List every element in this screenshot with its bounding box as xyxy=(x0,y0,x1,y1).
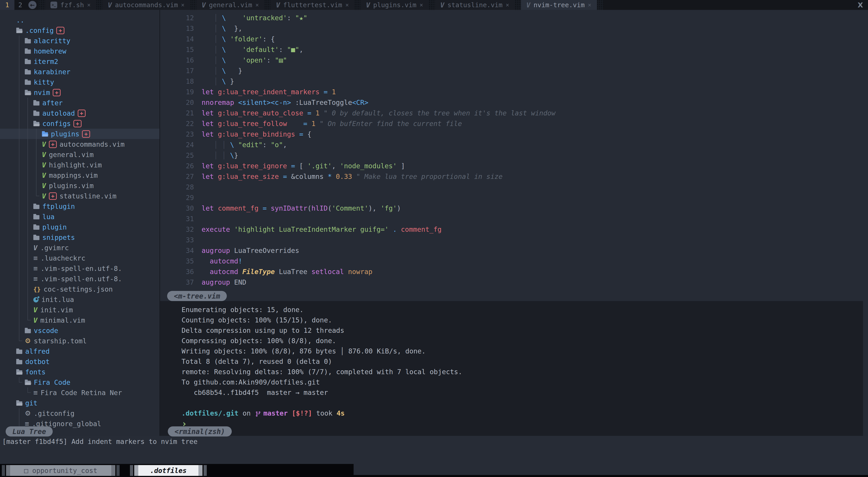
tab-close-icon[interactable]: × xyxy=(255,2,259,8)
tab-autocommands.vim[interactable]: Vautocommands.vim× xyxy=(102,0,190,10)
editor-pane[interactable]: 12 │ \ 'untracked': "★"13 │ \ },14 │ \ '… xyxy=(160,10,868,304)
code-line-12[interactable]: 12 │ \ 'untracked': "★" xyxy=(160,12,868,23)
tab-separator xyxy=(190,0,196,10)
code-line-15[interactable]: 15 │ \ 'default': "■", xyxy=(160,44,868,55)
tree-indent-guide xyxy=(33,160,42,170)
tree-item-iterm2[interactable]: iterm2 xyxy=(16,56,159,67)
tab-close-icon[interactable]: × xyxy=(420,2,423,8)
tree-item-mappings.vim[interactable]: Vmappings.vim xyxy=(16,170,159,180)
tree-item-Fira-Code-Retina-Ner[interactable]: ≡Fira Code Retina Ner xyxy=(16,387,159,398)
tree-item-alacritty[interactable]: alacritty xyxy=(16,36,159,46)
code-line-25[interactable]: 25 │ │ \} xyxy=(160,150,868,161)
tree-item-dotbot[interactable]: dotbot xyxy=(16,356,159,367)
code-line-28[interactable]: 28 xyxy=(160,182,868,192)
terminal-prompt-char[interactable]: › xyxy=(182,418,868,429)
code-line-16[interactable]: 16 │ \ 'open': "▤" xyxy=(160,55,868,66)
tab-separator xyxy=(515,0,521,10)
tree-indent-guide xyxy=(25,170,33,180)
tab-close-icon[interactable]: × xyxy=(588,2,591,8)
tab-statusline.vim[interactable]: Vstatusline.vim× xyxy=(435,0,515,10)
tree-indent-guide xyxy=(16,408,25,418)
close-all-icon[interactable]: X xyxy=(858,1,863,9)
code-line-24[interactable]: 24 │ │ \ "edit": "o", xyxy=(160,139,868,150)
code-line-22[interactable]: 22let g:lua_tree_follow = 1 " On bufEnte… xyxy=(160,118,868,129)
tree-item-init.lua[interactable]: init.lua xyxy=(16,294,159,305)
tree-item-homebrew[interactable]: homebrew xyxy=(16,46,159,56)
code-line-21[interactable]: 21let g:lua_tree_auto_close = 1 " 0 by d… xyxy=(160,108,868,118)
tree-item-minimal.vim[interactable]: Vminimal.vim xyxy=(16,315,159,326)
code-line-35[interactable]: 35 autocmd! xyxy=(160,256,868,266)
tree-item-plugins[interactable]: plugins+ xyxy=(0,129,159,139)
tree-item-vscode[interactable]: vscode xyxy=(16,326,159,336)
tree-item-plugins.vim[interactable]: Vplugins.vim xyxy=(16,180,159,191)
tree-item-init.vim[interactable]: Vinit.vim xyxy=(16,305,159,315)
tmux-window-opportunity_cost[interactable]: □ opportunity_cost xyxy=(2,465,120,476)
tree-item-label: after xyxy=(42,99,63,107)
tree-item-statusline.vim[interactable]: V+statusline.vim xyxy=(16,191,159,201)
tree-item-general.vim[interactable]: Vgeneral.vim xyxy=(16,149,159,160)
code-line-17[interactable]: 17 │ \ } xyxy=(160,66,868,76)
tab-close-icon[interactable]: × xyxy=(345,2,349,8)
tree-item-..[interactable]: .. xyxy=(16,15,159,25)
tab-close-icon[interactable]: × xyxy=(87,2,91,8)
tab-close-icon[interactable]: × xyxy=(181,2,185,8)
tree-item-ftplugin[interactable]: ftplugin xyxy=(16,201,159,211)
code-line-31[interactable]: 31 xyxy=(160,213,868,224)
tree-item-alfred[interactable]: alfred xyxy=(16,346,159,356)
tree-item-.gitconfig[interactable]: ⚙.gitconfig xyxy=(16,408,159,418)
tree-item-nvim[interactable]: nvim+ xyxy=(16,87,159,98)
vim-icon: V xyxy=(526,1,530,9)
code-line-23[interactable]: 23let g:lua_tree_bindings = { xyxy=(160,129,868,139)
tmux-window-.dotfiles[interactable]: .dotfiles xyxy=(130,465,207,476)
file-tree-sidebar[interactable]: ...config+alacrittyhomebrewiterm2karabin… xyxy=(0,10,159,436)
code-line-32[interactable]: 32execute 'highlight LuaTreeIndentMarker… xyxy=(160,224,868,235)
tree-item-kitty[interactable]: kitty xyxy=(16,77,159,87)
tree-item-.vim-spell-en.utf-8.[interactable]: ≡.vim-spell-en.utf-8. xyxy=(16,263,159,274)
tree-item-Fira-Code[interactable]: Fira Code xyxy=(16,377,159,387)
terminal-prompt-line: .dotfiles/.git on master [$!?] took 4s xyxy=(182,408,868,418)
code-line-18[interactable]: 18 │ \ } xyxy=(160,76,868,87)
tab-fzf.sh[interactable]: >_fzf.sh× xyxy=(45,0,96,10)
tab-separator xyxy=(429,0,435,10)
code-line-29[interactable]: 29 xyxy=(160,192,868,203)
code-line-37[interactable]: 37augroup END xyxy=(160,277,868,287)
code-line-19[interactable]: 19let g:lua_tree_indent_markers = 1 xyxy=(160,87,868,97)
back-icon[interactable]: ← xyxy=(28,1,36,9)
code-line-14[interactable]: 14 │ \ 'folder': { xyxy=(160,34,868,44)
tree-item-highlight.vim[interactable]: Vhighlight.vim xyxy=(16,160,159,170)
code-line-33[interactable]: 33 xyxy=(160,235,868,245)
tree-item-configs[interactable]: configs+ xyxy=(16,118,159,129)
tree-item-git[interactable]: git xyxy=(16,398,159,408)
code-line-13[interactable]: 13 │ \ }, xyxy=(160,23,868,34)
tree-item-autocommands.vim[interactable]: V+autocommands.vim xyxy=(16,139,159,149)
tree-item-karabiner[interactable]: karabiner xyxy=(16,67,159,77)
tree-item-plugin[interactable]: plugin xyxy=(16,222,159,232)
tree-item-starship.toml[interactable]: ⚙starship.toml xyxy=(16,336,159,346)
tab-fluttertest.vim[interactable]: Vfluttertest.vim× xyxy=(271,0,354,10)
tab-plugins.vim[interactable]: Vplugins.vim× xyxy=(361,0,429,10)
tree-item-coc-settings.json[interactable]: {}coc-settings.json xyxy=(16,284,159,294)
folder-icon xyxy=(16,28,22,33)
tab-page-number-1[interactable]: 1 xyxy=(0,0,14,10)
code-line-27[interactable]: 27let g:lua_tree_size = &columns * 0.33 … xyxy=(160,171,868,182)
tree-item-.config[interactable]: .config+ xyxy=(16,25,159,36)
code-line-34[interactable]: 34augroup LuaTreeOverrides xyxy=(160,245,868,256)
terminal-pane[interactable]: Enumerating objects: 15, done.Counting o… xyxy=(160,301,868,436)
tree-item-snippets[interactable]: snippets xyxy=(16,232,159,243)
tree-item-.luacheckrc[interactable]: ≡.luacheckrc xyxy=(16,253,159,263)
tab-page-number-2[interactable]: 2 xyxy=(14,0,26,10)
tree-item-after[interactable]: after xyxy=(16,98,159,108)
tab-general.vim[interactable]: Vgeneral.vim× xyxy=(196,0,265,10)
tree-item-autoload[interactable]: autoload+ xyxy=(16,108,159,118)
tree-item-fonts[interactable]: fonts xyxy=(16,367,159,377)
tree-item-lua[interactable]: lua xyxy=(16,211,159,222)
tree-item-label: general.vim xyxy=(49,151,94,159)
tree-item-.gvimrc[interactable]: V.gvimrc xyxy=(16,243,159,253)
tab-nvim-tree.vim[interactable]: Vnvim-tree.vim× xyxy=(521,0,597,10)
tab-close-icon[interactable]: × xyxy=(506,2,509,8)
code-line-26[interactable]: 26let g:lua_tree_ignore = [ '.git', 'nod… xyxy=(160,161,868,171)
tree-item-.vim-spell-en.utf-8.[interactable]: ≡.vim-spell-en.utf-8. xyxy=(16,274,159,284)
code-line-30[interactable]: 30let comment_fg = synIDattr(hlID('Comme… xyxy=(160,203,868,213)
code-line-20[interactable]: 20nnoremap <silent><c-n> :LuaTreeToggle<… xyxy=(160,97,868,108)
code-line-36[interactable]: 36 autocmd FileType LuaTree setlocal now… xyxy=(160,266,868,277)
